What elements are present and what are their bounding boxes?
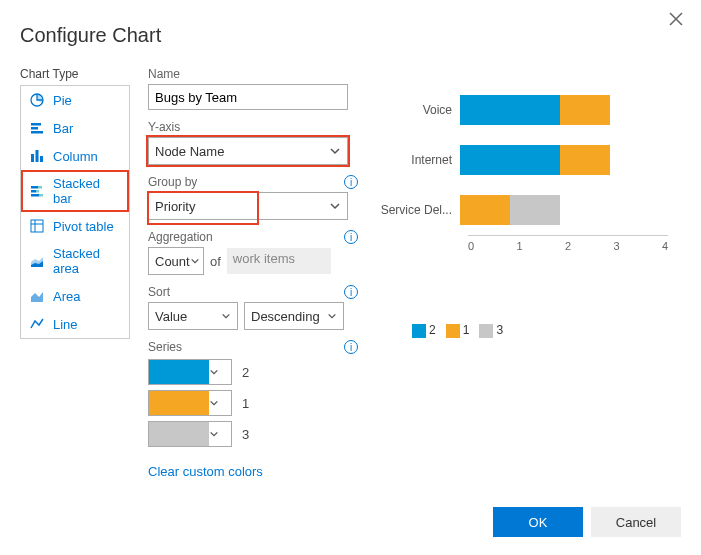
chart-type-label: Pie [53, 93, 72, 108]
group-by-select[interactable]: Priority [148, 192, 348, 220]
area-icon [29, 288, 45, 304]
stacked-bar-icon [29, 183, 45, 199]
series-color-select[interactable] [148, 390, 232, 416]
chevron-down-icon [329, 200, 341, 212]
sort-by-select[interactable]: Value [148, 302, 238, 330]
chart-type-pie[interactable]: Pie [21, 86, 129, 114]
chart-bar-row: Voice [380, 85, 670, 135]
color-swatch [149, 422, 209, 446]
series-color-select[interactable] [148, 421, 232, 447]
legend-swatch [446, 324, 460, 338]
clear-colors-link[interactable]: Clear custom colors [148, 464, 263, 479]
chevron-down-icon [209, 398, 231, 408]
dialog-title: Configure Chart [20, 24, 681, 47]
stacked-area-icon [29, 253, 45, 269]
line-icon [29, 316, 45, 332]
aggregation-value: Count [155, 254, 190, 269]
yaxis-label: Y-axis [148, 120, 180, 134]
aggregation-item: work items [227, 248, 331, 274]
info-icon[interactable]: i [344, 340, 358, 354]
aggregation-of-label: of [210, 254, 221, 269]
sort-by-value: Value [155, 309, 187, 324]
svg-rect-3 [31, 131, 43, 134]
series-row: 3 [148, 421, 358, 447]
legend-swatch [479, 324, 493, 338]
svg-rect-1 [31, 123, 41, 126]
x-tick: 0 [468, 240, 474, 252]
chart-type-column[interactable]: Column [21, 142, 129, 170]
aggregation-label: Aggregation [148, 230, 213, 244]
chevron-down-icon [221, 311, 231, 321]
x-tick: 3 [613, 240, 619, 252]
series-color-select[interactable] [148, 359, 232, 385]
chevron-down-icon [209, 429, 231, 439]
svg-rect-10 [36, 190, 39, 193]
bar-segment [460, 145, 560, 175]
chart-type-label: Bar [53, 121, 73, 136]
svg-rect-8 [38, 186, 42, 189]
ok-button[interactable]: OK [493, 507, 583, 537]
chart-type-label: Stacked bar [53, 176, 121, 206]
chart-type-bar[interactable]: Bar [21, 114, 129, 142]
info-icon[interactable]: i [344, 175, 358, 189]
svg-rect-4 [31, 154, 34, 162]
chart-category-label: Internet [380, 153, 460, 167]
chart-category-label: Voice [380, 103, 460, 117]
series-name: 1 [242, 396, 249, 411]
sort-label: Sort [148, 285, 170, 299]
bar-segment [560, 145, 610, 175]
chart-type-list: PieBarColumnStacked barPivot tableStacke… [20, 85, 130, 339]
sort-dir-select[interactable]: Descending [244, 302, 344, 330]
series-name: 3 [242, 427, 249, 442]
chart-legend: 213 [412, 323, 681, 338]
bar-segment [460, 95, 560, 125]
color-swatch [149, 360, 209, 384]
svg-rect-6 [40, 156, 43, 162]
svg-rect-7 [31, 186, 38, 189]
sort-dir-value: Descending [251, 309, 320, 324]
info-icon[interactable]: i [344, 285, 358, 299]
svg-rect-13 [31, 220, 43, 232]
cancel-button[interactable]: Cancel [591, 507, 681, 537]
chart-bar-row: Internet [380, 135, 670, 185]
chevron-down-icon [209, 367, 231, 377]
series-label: Series [148, 340, 182, 354]
chart-x-axis: 01234 [468, 235, 668, 252]
svg-rect-5 [36, 150, 39, 162]
legend-item: 2 [412, 323, 436, 338]
chevron-down-icon [190, 256, 200, 266]
legend-item: 3 [479, 323, 503, 338]
chart-type-pivot-table[interactable]: Pivot table [21, 212, 129, 240]
group-by-label: Group by [148, 175, 197, 189]
legend-swatch [412, 324, 426, 338]
chart-preview: VoiceInternetService Del...01234 [380, 85, 670, 305]
chart-type-area[interactable]: Area [21, 282, 129, 310]
name-input[interactable] [148, 84, 348, 110]
svg-rect-9 [31, 190, 36, 193]
pivot-icon [29, 218, 45, 234]
chart-type-stacked-bar[interactable]: Stacked bar [21, 170, 129, 212]
chart-type-label: Pivot table [53, 219, 114, 234]
aggregation-select[interactable]: Count [148, 247, 204, 275]
legend-item: 1 [446, 323, 470, 338]
chart-type-line[interactable]: Line [21, 310, 129, 338]
chevron-down-icon [329, 145, 341, 157]
pie-icon [29, 92, 45, 108]
chart-type-stacked-area[interactable]: Stacked area [21, 240, 129, 282]
name-label: Name [148, 67, 180, 81]
yaxis-select[interactable]: Node Name [148, 137, 348, 165]
bar-icon [29, 120, 45, 136]
bar-segment [560, 95, 610, 125]
group-by-value: Priority [155, 199, 195, 214]
chevron-down-icon [327, 311, 337, 321]
close-icon[interactable] [669, 12, 683, 26]
chart-bar-row: Service Del... [380, 185, 670, 235]
bar-segment [460, 195, 510, 225]
series-row: 2 [148, 359, 358, 385]
x-tick: 1 [516, 240, 522, 252]
column-icon [29, 148, 45, 164]
series-name: 2 [242, 365, 249, 380]
chart-type-label: Stacked area [53, 246, 121, 276]
svg-rect-12 [39, 194, 43, 197]
info-icon[interactable]: i [344, 230, 358, 244]
